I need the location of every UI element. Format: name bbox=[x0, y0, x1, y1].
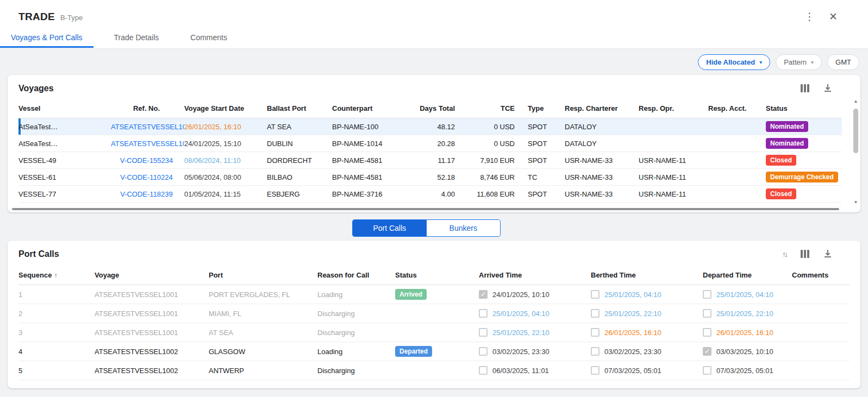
berthed-checkbox[interactable] bbox=[591, 309, 600, 318]
col-voyage[interactable]: Voyage bbox=[95, 266, 209, 285]
voyage-resp-acct bbox=[708, 118, 766, 135]
voyages-vertical-scrollbar[interactable]: ▲ ▼ bbox=[852, 99, 859, 205]
port-call-row[interactable]: 4 ATSEATESTVESSEL1002 GLASGOW Loading De… bbox=[18, 342, 850, 361]
voyage-ref-no-link[interactable]: V-CODE-118239 bbox=[120, 190, 173, 198]
voyage-row[interactable]: VESSEL-49 V-CODE-155234 08/06/2024, 11:1… bbox=[18, 152, 842, 169]
voyage-counterpart: BP-NAME-4581 bbox=[332, 152, 413, 169]
window-title: TRADE bbox=[18, 11, 55, 23]
voyage-ref-no-cell: V-CODE-155234 bbox=[111, 152, 184, 169]
port-call-row[interactable]: 1 ATSEATESTVESSEL1001 PORT EVERGLADES, F… bbox=[18, 285, 850, 304]
col-arrived-time[interactable]: Arrived Time bbox=[479, 266, 591, 285]
download-icon[interactable] bbox=[823, 84, 832, 93]
voyage-row[interactable]: VESSEL-77 V-CODE-118239 01/05/2024, 11:1… bbox=[18, 186, 842, 203]
voyage-ref-no-cell: V-CODE-118239 bbox=[111, 186, 184, 203]
col-counterpart[interactable]: Counterpart bbox=[332, 99, 413, 118]
col-resp-charterer[interactable]: Resp. Charterer bbox=[565, 99, 639, 118]
col-status[interactable]: Status bbox=[766, 99, 842, 118]
col-vessel[interactable]: Vessel bbox=[18, 99, 111, 118]
voyages-horizontal-scrollbar[interactable] bbox=[12, 208, 847, 211]
col-departed-time[interactable]: Departed Time bbox=[703, 266, 792, 285]
port-call-arrived-time: 25/01/2025, 04:10 bbox=[479, 304, 591, 323]
voyage-row[interactable]: VESSEL-61 V-CODE-110224 05/06/2024, 08:0… bbox=[18, 169, 842, 186]
col-port[interactable]: Port bbox=[209, 266, 317, 285]
col-tce[interactable]: TCE bbox=[457, 99, 517, 118]
port-call-row[interactable]: 3 ATSEATESTVESSEL1001 AT SEA Discharging… bbox=[18, 323, 850, 342]
departed-checkbox[interactable] bbox=[703, 328, 711, 337]
col-status[interactable]: Status bbox=[395, 266, 479, 285]
col-type[interactable]: Type bbox=[517, 99, 565, 118]
berthed-checkbox[interactable] bbox=[591, 347, 600, 356]
columns-icon[interactable] bbox=[801, 84, 809, 92]
arrived-checkbox[interactable] bbox=[479, 290, 488, 299]
col-reason-for-call[interactable]: Reason for Call bbox=[317, 266, 395, 285]
departed-checkbox[interactable] bbox=[703, 347, 711, 356]
scrollbar-down-arrow-icon[interactable]: ▼ bbox=[852, 200, 859, 205]
voyage-counterpart: BP-NAME-3716 bbox=[332, 186, 413, 203]
col-voyage-start-date[interactable]: Voyage Start Date bbox=[184, 99, 267, 118]
download-icon[interactable] bbox=[823, 249, 832, 259]
port-call-arrived-time: 06/03/2025, 11:01 bbox=[479, 361, 591, 380]
voyages-title: Voyages bbox=[8, 75, 860, 93]
scrollbar-thumb[interactable] bbox=[853, 109, 858, 153]
arrived-checkbox[interactable] bbox=[479, 328, 488, 337]
arrived-checkbox[interactable] bbox=[479, 347, 488, 356]
col-days-total[interactable]: Days Total bbox=[413, 99, 457, 118]
chevron-down-icon: ▾ bbox=[811, 59, 814, 65]
tab-trade-details[interactable]: Trade Details bbox=[103, 29, 170, 48]
kebab-menu-icon[interactable]: ⋮ bbox=[804, 11, 815, 23]
port-calls-card: Port Calls ↑↓ Sequence↑ Voyage Port Reas… bbox=[8, 241, 860, 388]
hide-allocated-dropdown[interactable]: Hide Allocated ▾ bbox=[698, 54, 770, 70]
departed-checkbox[interactable] bbox=[703, 290, 711, 299]
arrived-checkbox[interactable] bbox=[479, 366, 488, 375]
voyage-start-date: 01/05/2024, 11:15 bbox=[184, 186, 267, 203]
tab-voyages-port-calls[interactable]: Voyages & Port Calls bbox=[0, 29, 93, 48]
voyage-days-total: 48.12 bbox=[413, 118, 457, 135]
voyages-table-body: AtSeaTest… ATSEATESTVESSEL1002 26/01/202… bbox=[18, 118, 842, 203]
tab-comments[interactable]: Comments bbox=[179, 29, 238, 48]
voyage-days-total: 20.28 bbox=[413, 135, 457, 152]
port-call-row[interactable]: 5 ATSEATESTVESSEL1002 ANTWERP Dischargin… bbox=[18, 361, 850, 380]
toggle-bunkers[interactable]: Bunkers bbox=[427, 220, 501, 236]
scrollbar-up-arrow-icon[interactable]: ▲ bbox=[852, 99, 859, 104]
col-comments[interactable]: Comments bbox=[792, 266, 850, 285]
voyage-ref-no-link[interactable]: V-CODE-155234 bbox=[120, 156, 173, 165]
voyage-row[interactable]: AtSeaTest… ATSEATESTVESSEL1002 26/01/202… bbox=[18, 118, 842, 135]
berthed-checkbox[interactable] bbox=[591, 366, 600, 375]
voyage-ballast-port: DUBLIN bbox=[267, 135, 332, 152]
berthed-checkbox[interactable] bbox=[591, 328, 600, 337]
toggle-port-calls[interactable]: Port Calls bbox=[353, 220, 427, 236]
port-call-row[interactable]: 2 ATSEATESTVESSEL1001 MIAMI, FL Discharg… bbox=[18, 304, 850, 323]
port-calls-card-icons: ↑↓ bbox=[782, 249, 832, 259]
berthed-checkbox[interactable] bbox=[591, 290, 600, 299]
port-call-sequence: 4 bbox=[18, 342, 95, 361]
departed-checkbox[interactable] bbox=[703, 309, 711, 318]
columns-icon[interactable] bbox=[801, 250, 809, 258]
col-resp-acct[interactable]: Resp. Acct. bbox=[708, 99, 766, 118]
col-ballast-port[interactable]: Ballast Port bbox=[267, 99, 332, 118]
voyage-ref-no-link[interactable]: ATSEATESTVESSEL1001 bbox=[111, 140, 184, 148]
departed-checkbox[interactable] bbox=[703, 366, 711, 375]
col-berthed-time[interactable]: Berthed Time bbox=[591, 266, 703, 285]
port-call-arrived-time: 03/02/2025, 23:30 bbox=[479, 342, 591, 361]
pattern-dropdown[interactable]: Pattern ▾ bbox=[776, 54, 822, 70]
col-ref-no[interactable]: Ref. No. bbox=[111, 99, 184, 118]
close-icon[interactable]: ✕ bbox=[829, 11, 838, 23]
scrollbar-thumb[interactable] bbox=[12, 208, 839, 210]
port-call-departed-time: 03/03/2025, 10:10 bbox=[703, 342, 792, 361]
voyage-counterpart: BP-NAME-100 bbox=[332, 118, 413, 135]
arrived-checkbox[interactable] bbox=[479, 309, 488, 318]
voyage-ref-no-link[interactable]: ATSEATESTVESSEL1002 bbox=[111, 123, 184, 131]
chevron-down-icon: ▾ bbox=[759, 59, 762, 65]
col-resp-opr[interactable]: Resp. Opr. bbox=[639, 99, 708, 118]
voyage-resp-opr bbox=[639, 135, 708, 152]
voyage-vessel: VESSEL-49 bbox=[18, 152, 111, 169]
col-sequence[interactable]: Sequence↑ bbox=[18, 266, 95, 285]
port-call-berthed-time: 07/03/2025, 05:01 bbox=[591, 361, 703, 380]
voyage-row[interactable]: AtSeaTest… ATSEATESTVESSEL1001 24/01/202… bbox=[18, 135, 842, 152]
sort-icon[interactable]: ↑↓ bbox=[782, 250, 786, 259]
port-call-comments bbox=[792, 361, 850, 380]
gmt-button[interactable]: GMT bbox=[827, 54, 859, 70]
voyage-ref-no-link[interactable]: V-CODE-110224 bbox=[120, 173, 173, 181]
port-call-sequence: 5 bbox=[18, 361, 95, 380]
voyage-days-total: 11.17 bbox=[413, 152, 457, 169]
